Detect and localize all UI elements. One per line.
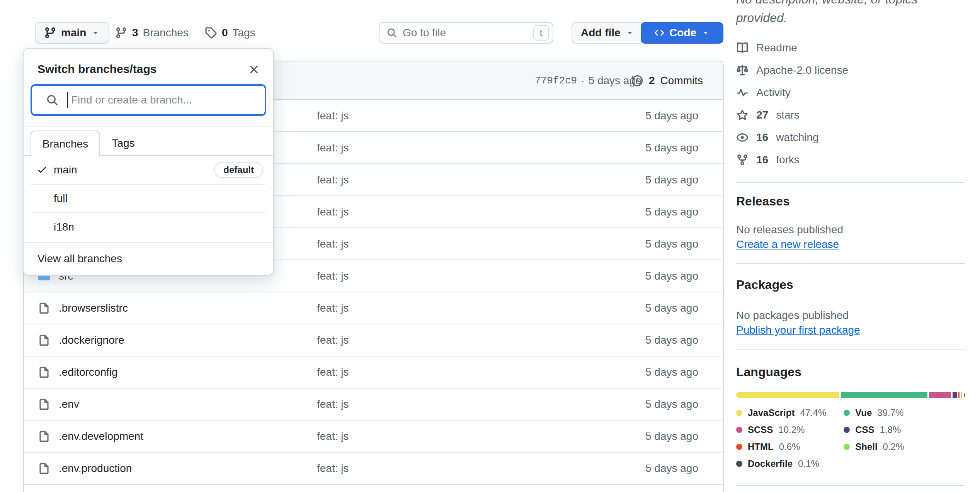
file-icon — [38, 324, 50, 356]
menu-tabs: BranchesTags — [24, 131, 273, 156]
github-repo-page: main 3 Branches 0 Tags Go to file t Add … — [0, 0, 980, 492]
language-dot — [736, 444, 742, 450]
file-name-link[interactable]: .env.production — [59, 453, 132, 484]
close-button[interactable] — [245, 61, 262, 78]
commit-age[interactable]: 5 days ago — [645, 292, 698, 324]
language-percent: 0.2% — [883, 441, 904, 452]
tab-branches[interactable]: Branches — [31, 131, 100, 157]
file-icon — [38, 421, 50, 452]
sidebar-item-activity[interactable]: Activity — [736, 81, 965, 104]
file-icon — [38, 292, 50, 324]
commit-history-link[interactable]: 2 Commits — [631, 61, 703, 100]
language-percent: 39.7% — [877, 407, 903, 418]
commit-age[interactable]: 5 days ago — [645, 164, 698, 195]
commit-age[interactable]: 5 days ago — [645, 453, 698, 484]
commit-separator: · — [581, 75, 584, 87]
branch-name: i18n — [54, 213, 74, 241]
sidebar-item-stars[interactable]: 27stars — [736, 104, 965, 126]
commit-message-link[interactable]: feat: js — [317, 485, 349, 492]
language-name: JavaScript — [748, 407, 795, 418]
commit-age[interactable]: 5 days ago — [645, 132, 698, 163]
file-name-link[interactable]: .dockerignore — [59, 324, 124, 356]
commit-message-link[interactable]: feat: js — [317, 260, 349, 292]
language-legend-dockerfile[interactable]: Dockerfile0.1% — [736, 455, 844, 472]
branch-filter-input[interactable] — [68, 94, 265, 106]
commit-message-link[interactable]: feat: js — [317, 196, 349, 227]
create-release-link[interactable]: Create a new release — [736, 238, 839, 251]
branches-link[interactable]: 3 Branches — [115, 27, 189, 39]
commit-message-link[interactable]: feat: js — [317, 421, 349, 452]
commit-age[interactable]: 5 days ago — [645, 356, 698, 388]
add-file-button[interactable]: Add file — [572, 22, 644, 44]
tags-label: Tags — [232, 27, 255, 39]
file-name-link[interactable]: .editorconfig — [59, 356, 118, 388]
publish-package-link[interactable]: Publish your first package — [736, 323, 860, 337]
language-legend-html[interactable]: HTML0.6% — [736, 438, 844, 455]
commit-message-link[interactable]: feat: js — [317, 100, 349, 131]
branch-item-i18n[interactable]: i18n — [24, 213, 273, 241]
commit-message-link[interactable]: feat: js — [317, 292, 349, 324]
sidebar-item-watching[interactable]: 16watching — [736, 126, 965, 149]
language-name: SCSS — [748, 424, 773, 435]
branch-switcher-menu: Switch branches/tags BranchesTags mainde… — [23, 48, 274, 276]
commit-message-link[interactable]: feat: js — [317, 389, 349, 420]
language-name: CSS — [855, 424, 874, 435]
tab-tags[interactable]: Tags — [100, 131, 146, 156]
repo-sidebar: No description, website, or topics provi… — [736, 0, 965, 486]
commit-message-link[interactable]: feat: js — [317, 453, 349, 484]
language-dot — [736, 410, 742, 416]
chevron-down-icon — [625, 28, 635, 37]
sidebar-item-apache-2-0-license[interactable]: Apache-2.0 license — [736, 59, 965, 81]
code-button[interactable]: Code — [641, 22, 723, 44]
commit-message-link[interactable]: feat: js — [317, 132, 349, 163]
language-legend-css[interactable]: CSS1.8% — [844, 421, 951, 438]
branch-filter-field — [31, 84, 266, 116]
releases-heading[interactable]: Releases — [736, 193, 965, 209]
commit-age[interactable]: 5 days ago — [645, 389, 698, 420]
table-row-.browserslistrc: .browserslistrcfeat: js5 days ago — [24, 292, 723, 324]
commit-age[interactable]: 5 days ago — [645, 260, 698, 292]
latest-commit-link[interactable]: 779f2c9 · 5 days ago — [535, 61, 641, 100]
file-icon — [38, 389, 50, 420]
language-dot — [736, 461, 742, 467]
stat-label: Apache-2.0 license — [756, 64, 848, 76]
commit-age[interactable]: 5 days ago — [645, 324, 698, 356]
file-name-link[interactable]: .browserslistrc — [59, 292, 128, 324]
chevron-down-icon — [91, 28, 100, 37]
branches-label: Branches — [143, 27, 189, 39]
commit-age[interactable]: 5 days ago — [645, 421, 698, 452]
file-name-link[interactable]: .env.development — [59, 421, 143, 452]
shortcut-key-hint: t — [533, 25, 549, 41]
commit-age[interactable]: 5 days ago — [645, 228, 698, 260]
language-legend-vue[interactable]: Vue39.7% — [844, 404, 951, 421]
file-name-link[interactable]: .env — [59, 389, 79, 420]
language-legend-javascript[interactable]: JavaScript47.4% — [736, 404, 844, 421]
packages-heading[interactable]: Packages — [736, 277, 965, 292]
branch-item-main[interactable]: maindefault — [24, 156, 273, 184]
commit-hash[interactable]: 779f2c9 — [535, 75, 577, 87]
go-to-file-input[interactable]: Go to file t — [379, 22, 553, 44]
commit-message-link[interactable]: feat: js — [317, 228, 349, 260]
tags-link[interactable]: 0 Tags — [205, 27, 255, 39]
repo-meta-list: ReadmeApache-2.0 licenseActivity27stars1… — [736, 37, 965, 171]
commit-age[interactable]: 5 days ago — [645, 196, 698, 227]
view-all-branches-link[interactable]: View all branches — [24, 242, 273, 275]
language-dot — [844, 427, 850, 433]
file-icon — [38, 356, 50, 388]
languages-heading: Languages — [736, 364, 965, 380]
search-icon — [386, 27, 397, 38]
commit-age[interactable]: 5 days ago — [645, 100, 698, 131]
branch-selector-button[interactable]: main — [35, 22, 109, 44]
close-icon — [248, 63, 260, 76]
sidebar-item-readme[interactable]: Readme — [736, 37, 965, 59]
language-legend-shell[interactable]: Shell0.2% — [844, 438, 951, 455]
branch-item-full[interactable]: full — [24, 185, 273, 212]
commit-message-link[interactable]: feat: js — [317, 356, 349, 388]
commit-message-link[interactable]: feat: js — [317, 164, 349, 195]
sidebar-item-forks[interactable]: 16forks — [736, 149, 965, 171]
commit-message-link[interactable]: feat: js — [317, 324, 349, 356]
packages-empty-text: No packages published — [736, 309, 965, 322]
stat-label: watching — [776, 131, 819, 144]
tags-count: 0 — [222, 27, 228, 39]
language-legend-scss[interactable]: SCSS10.2% — [736, 421, 844, 438]
